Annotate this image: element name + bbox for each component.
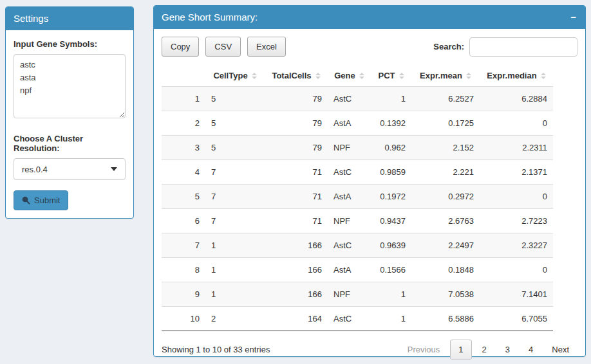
- column-header-celltype[interactable]: CellType: [205, 66, 265, 87]
- pagination-pages: 1234: [448, 340, 541, 359]
- table-cell: 0.2972: [411, 185, 480, 209]
- table-cell: 1: [371, 282, 411, 307]
- search-input[interactable]: [469, 37, 577, 57]
- pagination-page-2[interactable]: 2: [474, 340, 495, 359]
- table-cell: 6.2884: [480, 87, 553, 111]
- table-row: 5771AstA0.19720.29720: [162, 185, 553, 209]
- table-cell: 0.962: [371, 136, 411, 160]
- table-cell: 166: [265, 258, 328, 282]
- sort-icon: [399, 73, 404, 79]
- resolution-select[interactable]: res.0.4: [14, 158, 126, 180]
- column-header-pct[interactable]: PCT: [371, 66, 411, 87]
- column-label: Expr.mean: [420, 71, 462, 80]
- resolution-selected-value: res.0.4: [22, 165, 48, 174]
- table-cell: 2.7223: [480, 209, 553, 233]
- table-cell: 0.1566: [371, 258, 411, 282]
- column-header-expr-median[interactable]: Expr.median: [480, 66, 553, 87]
- column-label: TotalCells: [272, 71, 311, 80]
- settings-panel-title: Settings: [14, 13, 48, 24]
- column-header-gene[interactable]: Gene: [328, 66, 371, 87]
- table-cell: 2.152: [411, 136, 480, 160]
- export-csv-button[interactable]: CSV: [205, 37, 241, 57]
- gene-summary-title: Gene Short Summary:: [162, 12, 258, 23]
- table-row: 91166NPF17.05387.1401: [162, 282, 553, 307]
- table-cell: 7.0538: [411, 282, 480, 307]
- table-cell: 0.1725: [411, 111, 480, 136]
- table-cell: 0.1392: [371, 111, 411, 136]
- submit-button-label: Submit: [34, 196, 60, 205]
- table-cell: 71: [265, 160, 328, 185]
- gene-symbols-input[interactable]: astc asta npf: [14, 54, 126, 118]
- table-cell: 7: [205, 209, 265, 233]
- table-header-row: CellTypeTotalCellsGenePCTExpr.meanExpr.m…: [162, 66, 553, 87]
- pagination: Previous 1234 Next: [397, 340, 577, 359]
- row-index-cell: 2: [162, 111, 205, 136]
- table-cell: NPF: [328, 282, 371, 307]
- table-cell: 2.2311: [480, 136, 553, 160]
- table-cell: 0.9437: [371, 209, 411, 233]
- column-header-row-index[interactable]: [162, 66, 205, 87]
- gene-symbols-label: Input Gene Symbols:: [14, 39, 126, 49]
- column-header-totalcells[interactable]: TotalCells: [265, 66, 328, 87]
- gene-summary-header: Gene Short Summary: −: [154, 6, 585, 29]
- settings-panel-header: Settings: [6, 7, 133, 30]
- table-cell: AstA: [328, 258, 371, 282]
- table-cell: 0: [480, 111, 553, 136]
- table-cell: AstC: [328, 160, 371, 185]
- chevron-down-icon: [111, 167, 117, 171]
- table-cell: 79: [265, 111, 328, 136]
- table-cell: 0.9859: [371, 160, 411, 185]
- table-cell: 0.1972: [371, 185, 411, 209]
- search-area: Search:: [433, 37, 577, 57]
- table-cell: 1: [205, 258, 265, 282]
- sort-icon: [252, 73, 257, 79]
- column-header-expr-mean[interactable]: Expr.mean: [411, 66, 480, 87]
- table-cell: 0.9639: [371, 233, 411, 258]
- pagination-next-button[interactable]: Next: [543, 340, 577, 359]
- row-index-cell: 9: [162, 282, 205, 307]
- table-cell: 7: [205, 185, 265, 209]
- table-row: 4771AstC0.98592.2212.1371: [162, 160, 553, 185]
- table-cell: AstC: [328, 87, 371, 111]
- pagination-page-1[interactable]: 1: [450, 340, 471, 359]
- sort-icon: [359, 73, 364, 79]
- row-index-cell: 8: [162, 258, 205, 282]
- sort-icon: [315, 73, 321, 79]
- table-cell: 1: [205, 233, 265, 258]
- table-row: 2579AstA0.13920.17250: [162, 111, 553, 136]
- table-cell: NPF: [328, 136, 371, 160]
- table-footer: Showing 1 to 10 of 33 entries Previous 1…: [162, 331, 577, 359]
- table-cell: 6.5886: [411, 307, 480, 331]
- export-copy-button[interactable]: Copy: [162, 37, 199, 57]
- pagination-page-3[interactable]: 3: [497, 340, 518, 359]
- table-cell: 1: [371, 87, 411, 111]
- row-index-cell: 10: [162, 307, 205, 331]
- table-row: 1579AstC16.25276.2884: [162, 87, 553, 111]
- table-row: 81166AstA0.15660.18480: [162, 258, 553, 282]
- pagination-previous-button[interactable]: Previous: [399, 340, 449, 359]
- table-info: Showing 1 to 10 of 33 entries: [162, 345, 270, 354]
- table-cell: 7.1401: [480, 282, 553, 307]
- table-cell: 7: [205, 160, 265, 185]
- table-cell: 1: [371, 307, 411, 331]
- table-cell: 1: [205, 282, 265, 307]
- table-cell: 2: [205, 307, 265, 331]
- table-cell: 0: [480, 185, 553, 209]
- export-excel-button[interactable]: Excel: [247, 37, 286, 57]
- table-cell: AstC: [328, 307, 371, 331]
- sort-icon: [466, 73, 471, 79]
- cluster-resolution-label: Choose A Cluster Resolution:: [14, 134, 126, 153]
- table-toolbar: CopyCSVExcel Search:: [162, 37, 577, 57]
- gene-summary-body: CopyCSVExcel Search: CellTypeTotalCellsG…: [154, 29, 585, 364]
- pagination-page-4[interactable]: 4: [520, 340, 541, 359]
- submit-button[interactable]: Submit: [14, 190, 68, 210]
- collapse-minus-icon[interactable]: −: [569, 13, 577, 22]
- table-cell: 79: [265, 136, 328, 160]
- search-icon: [22, 196, 30, 205]
- table-cell: 0.1848: [411, 258, 480, 282]
- row-index-cell: 3: [162, 136, 205, 160]
- table-row: 102164AstC16.58866.7055: [162, 307, 553, 331]
- table-cell: 79: [265, 87, 328, 111]
- column-label: Expr.median: [487, 71, 536, 80]
- table-cell: NPF: [328, 209, 371, 233]
